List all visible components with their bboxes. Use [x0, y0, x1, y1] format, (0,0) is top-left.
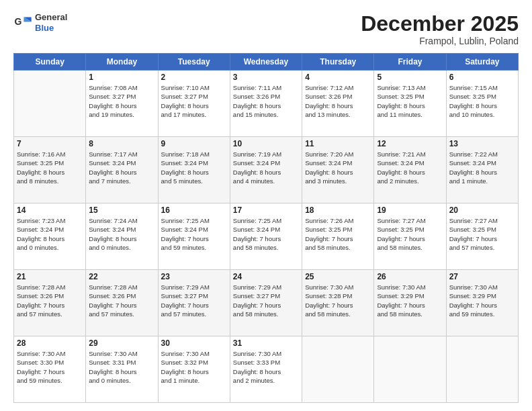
- calendar-cell: 4Sunrise: 7:12 AMSunset: 3:26 PMDaylight…: [302, 71, 374, 137]
- day-info: Sunrise: 7:25 AMSunset: 3:24 PMDaylight:…: [233, 216, 299, 252]
- calendar: SundayMondayTuesdayWednesdayThursdayFrid…: [13, 53, 519, 403]
- calendar-cell: 17Sunrise: 7:25 AMSunset: 3:24 PMDayligh…: [230, 203, 302, 270]
- day-number: 9: [161, 139, 227, 148]
- day-info: Sunrise: 7:29 AMSunset: 3:27 PMDaylight:…: [161, 283, 227, 318]
- day-number: 31: [233, 338, 299, 348]
- weekday-header-wednesday: Wednesday: [230, 54, 302, 71]
- day-number: 29: [89, 338, 154, 348]
- day-number: 17: [233, 205, 299, 215]
- day-info: Sunrise: 7:27 AMSunset: 3:25 PMDaylight:…: [377, 216, 443, 252]
- day-info: Sunrise: 7:12 AMSunset: 3:26 PMDaylight:…: [305, 83, 371, 119]
- header: G General Blue December 2025 Frampol, Lu…: [13, 12, 519, 46]
- month-title: December 2025: [361, 12, 519, 36]
- calendar-cell: 12Sunrise: 7:21 AMSunset: 3:24 PMDayligh…: [374, 137, 446, 203]
- title-block: December 2025 Frampol, Lublin, Poland: [361, 12, 519, 46]
- day-info: Sunrise: 7:23 AMSunset: 3:24 PMDaylight:…: [17, 216, 83, 252]
- day-number: 10: [233, 139, 299, 148]
- weekday-header-row: SundayMondayTuesdayWednesdayThursdayFrid…: [14, 54, 519, 71]
- calendar-cell: 18Sunrise: 7:26 AMSunset: 3:25 PMDayligh…: [302, 203, 374, 270]
- day-info: Sunrise: 7:30 AMSunset: 3:30 PMDaylight:…: [17, 349, 83, 385]
- day-number: 4: [305, 73, 371, 82]
- calendar-cell: 3Sunrise: 7:11 AMSunset: 3:26 PMDaylight…: [230, 71, 302, 137]
- calendar-cell: 30Sunrise: 7:30 AMSunset: 3:32 PMDayligh…: [158, 336, 230, 403]
- day-info: Sunrise: 7:10 AMSunset: 3:27 PMDaylight:…: [161, 83, 227, 119]
- day-number: 2: [161, 73, 227, 82]
- calendar-cell: 11Sunrise: 7:20 AMSunset: 3:24 PMDayligh…: [302, 137, 374, 203]
- calendar-cell: 20Sunrise: 7:27 AMSunset: 3:25 PMDayligh…: [446, 203, 518, 270]
- day-info: Sunrise: 7:13 AMSunset: 3:25 PMDaylight:…: [377, 83, 443, 119]
- logo-icon: G: [13, 13, 32, 32]
- week-row-0: 1Sunrise: 7:08 AMSunset: 3:27 PMDaylight…: [14, 71, 519, 137]
- day-info: Sunrise: 7:20 AMSunset: 3:24 PMDaylight:…: [305, 150, 371, 185]
- calendar-cell: 22Sunrise: 7:28 AMSunset: 3:26 PMDayligh…: [86, 270, 158, 336]
- day-number: 3: [233, 73, 299, 82]
- day-number: 24: [233, 272, 299, 281]
- calendar-cell: 15Sunrise: 7:24 AMSunset: 3:24 PMDayligh…: [86, 203, 158, 270]
- week-row-3: 21Sunrise: 7:28 AMSunset: 3:26 PMDayligh…: [14, 270, 519, 336]
- day-info: Sunrise: 7:28 AMSunset: 3:26 PMDaylight:…: [89, 283, 154, 318]
- day-number: 5: [377, 73, 443, 82]
- calendar-cell: 21Sunrise: 7:28 AMSunset: 3:26 PMDayligh…: [14, 270, 86, 336]
- day-number: 13: [449, 139, 515, 148]
- day-info: Sunrise: 7:30 AMSunset: 3:32 PMDaylight:…: [161, 349, 227, 385]
- weekday-header-saturday: Saturday: [446, 54, 518, 71]
- day-number: 8: [89, 139, 154, 148]
- day-info: Sunrise: 7:21 AMSunset: 3:24 PMDaylight:…: [377, 150, 443, 185]
- day-number: 18: [305, 205, 371, 215]
- logo-text: General Blue: [35, 12, 67, 33]
- calendar-cell: 1Sunrise: 7:08 AMSunset: 3:27 PMDaylight…: [86, 71, 158, 137]
- day-info: Sunrise: 7:24 AMSunset: 3:24 PMDaylight:…: [89, 216, 154, 252]
- calendar-cell: 19Sunrise: 7:27 AMSunset: 3:25 PMDayligh…: [374, 203, 446, 270]
- day-info: Sunrise: 7:26 AMSunset: 3:25 PMDaylight:…: [305, 216, 371, 252]
- day-info: Sunrise: 7:16 AMSunset: 3:25 PMDaylight:…: [17, 150, 83, 185]
- weekday-header-thursday: Thursday: [302, 54, 374, 71]
- week-row-2: 14Sunrise: 7:23 AMSunset: 3:24 PMDayligh…: [14, 203, 519, 270]
- day-number: 15: [89, 205, 154, 215]
- calendar-cell: 7Sunrise: 7:16 AMSunset: 3:25 PMDaylight…: [14, 137, 86, 203]
- day-number: 11: [305, 139, 371, 148]
- day-info: Sunrise: 7:25 AMSunset: 3:24 PMDaylight:…: [161, 216, 227, 252]
- calendar-cell: 31Sunrise: 7:30 AMSunset: 3:33 PMDayligh…: [230, 336, 302, 403]
- logo-blue: Blue: [35, 23, 67, 34]
- day-number: 25: [305, 272, 371, 281]
- calendar-cell: [374, 336, 446, 403]
- day-info: Sunrise: 7:30 AMSunset: 3:29 PMDaylight:…: [377, 283, 443, 318]
- calendar-cell: 5Sunrise: 7:13 AMSunset: 3:25 PMDaylight…: [374, 71, 446, 137]
- calendar-cell: 14Sunrise: 7:23 AMSunset: 3:24 PMDayligh…: [14, 203, 86, 270]
- logo-general: General: [35, 12, 67, 23]
- day-info: Sunrise: 7:19 AMSunset: 3:24 PMDaylight:…: [233, 150, 299, 185]
- day-number: 28: [17, 338, 83, 348]
- day-info: Sunrise: 7:30 AMSunset: 3:29 PMDaylight:…: [449, 283, 515, 318]
- day-number: 16: [161, 205, 227, 215]
- calendar-cell: 13Sunrise: 7:22 AMSunset: 3:24 PMDayligh…: [446, 137, 518, 203]
- weekday-header-monday: Monday: [86, 54, 158, 71]
- day-number: 19: [377, 205, 443, 215]
- calendar-cell: 28Sunrise: 7:30 AMSunset: 3:30 PMDayligh…: [14, 336, 86, 403]
- day-info: Sunrise: 7:17 AMSunset: 3:24 PMDaylight:…: [89, 150, 154, 185]
- calendar-cell: 9Sunrise: 7:18 AMSunset: 3:24 PMDaylight…: [158, 137, 230, 203]
- day-info: Sunrise: 7:29 AMSunset: 3:27 PMDaylight:…: [233, 283, 299, 318]
- day-info: Sunrise: 7:11 AMSunset: 3:26 PMDaylight:…: [233, 83, 299, 119]
- week-row-4: 28Sunrise: 7:30 AMSunset: 3:30 PMDayligh…: [14, 336, 519, 403]
- calendar-cell: 26Sunrise: 7:30 AMSunset: 3:29 PMDayligh…: [374, 270, 446, 336]
- weekday-header-tuesday: Tuesday: [158, 54, 230, 71]
- day-info: Sunrise: 7:27 AMSunset: 3:25 PMDaylight:…: [449, 216, 515, 252]
- calendar-cell: 27Sunrise: 7:30 AMSunset: 3:29 PMDayligh…: [446, 270, 518, 336]
- day-info: Sunrise: 7:30 AMSunset: 3:28 PMDaylight:…: [305, 283, 371, 318]
- day-number: 1: [89, 73, 154, 82]
- day-number: 26: [377, 272, 443, 281]
- calendar-cell: 8Sunrise: 7:17 AMSunset: 3:24 PMDaylight…: [86, 137, 158, 203]
- day-number: 27: [449, 272, 515, 281]
- day-info: Sunrise: 7:28 AMSunset: 3:26 PMDaylight:…: [17, 283, 83, 318]
- calendar-cell: 16Sunrise: 7:25 AMSunset: 3:24 PMDayligh…: [158, 203, 230, 270]
- calendar-cell: [302, 336, 374, 403]
- calendar-cell: 25Sunrise: 7:30 AMSunset: 3:28 PMDayligh…: [302, 270, 374, 336]
- weekday-header-friday: Friday: [374, 54, 446, 71]
- calendar-cell: 6Sunrise: 7:15 AMSunset: 3:25 PMDaylight…: [446, 71, 518, 137]
- day-number: 14: [17, 205, 83, 215]
- day-number: 12: [377, 139, 443, 148]
- calendar-cell: 24Sunrise: 7:29 AMSunset: 3:27 PMDayligh…: [230, 270, 302, 336]
- day-info: Sunrise: 7:08 AMSunset: 3:27 PMDaylight:…: [89, 83, 154, 119]
- weekday-header-sunday: Sunday: [14, 54, 86, 71]
- day-info: Sunrise: 7:30 AMSunset: 3:31 PMDaylight:…: [89, 349, 154, 385]
